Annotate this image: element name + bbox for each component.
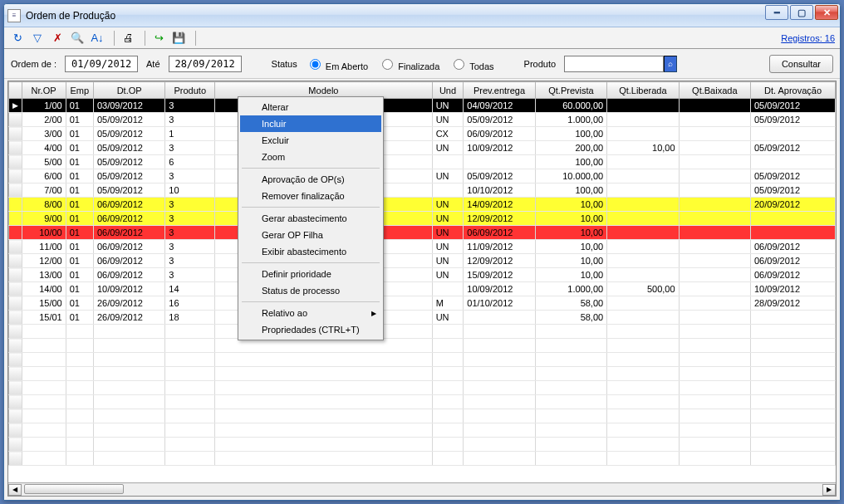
cell-emp[interactable]: 01 (66, 183, 93, 198)
cell-und[interactable]: UN (432, 226, 464, 240)
cell-qtbx[interactable] (679, 141, 750, 155)
scroll-thumb[interactable] (24, 484, 124, 494)
cell-nrop[interactable]: 6/00 (22, 169, 66, 183)
cell-produto[interactable]: 6 (165, 155, 215, 169)
table-row[interactable]: 6/000105/09/20123UN05/09/201210.000,0005… (9, 169, 836, 183)
ctx-status-processo[interactable]: Status de processo (240, 282, 381, 299)
maximize-button[interactable]: ▢ (790, 5, 813, 20)
cell-emp[interactable]: 01 (66, 254, 93, 268)
cell-und[interactable]: UN (432, 240, 464, 254)
produto-lookup-button[interactable]: ⌕ (664, 56, 677, 72)
cell-qtlib[interactable] (607, 198, 679, 212)
cell-dtapr[interactable]: 06/09/2012 (751, 268, 836, 282)
cell-und[interactable]: UN (432, 113, 464, 127)
table-row[interactable]: 10/000106/09/20123UN06/09/201210,00 (9, 226, 836, 240)
cell-qtlib[interactable] (607, 127, 679, 141)
cell-produto[interactable]: 3 (165, 99, 215, 113)
cell-dtapr[interactable] (751, 127, 836, 141)
table-row[interactable]: 14/000110/09/20121410/09/20121.000,00500… (9, 282, 836, 296)
cell-prev[interactable]: 01/10/2012 (464, 296, 535, 311)
cell-dtop[interactable]: 05/09/2012 (93, 183, 164, 198)
cell-produto[interactable]: 3 (165, 141, 215, 155)
cell-nrop[interactable]: 15/01 (22, 311, 66, 325)
cell-qtprev[interactable]: 200,00 (535, 141, 606, 155)
col-dtop[interactable]: Dt.OP (93, 82, 164, 99)
cell-prev[interactable]: 11/09/2012 (464, 240, 535, 254)
cell-dtop[interactable]: 06/09/2012 (93, 254, 164, 268)
table-row[interactable]: 9/000106/09/20123UN12/09/201210,00 (9, 212, 836, 226)
table-row[interactable]: 2/000105/09/20123UN05/09/20121.000,0005/… (9, 113, 836, 127)
cell-prev[interactable]: 04/09/2012 (464, 99, 535, 113)
cell-qtlib[interactable] (607, 268, 679, 282)
ctx-aprovacao[interactable]: Aprovação de OP(s) (240, 171, 381, 188)
cell-dtop[interactable]: 06/09/2012 (93, 198, 164, 212)
cell-emp[interactable]: 01 (66, 282, 93, 296)
cell-emp[interactable]: 01 (66, 268, 93, 282)
save-icon[interactable]: 💾 (170, 30, 187, 46)
table-row[interactable]: 8/000106/09/20123UN14/09/201210,0020/09/… (9, 198, 836, 212)
cell-qtbx[interactable] (679, 183, 750, 198)
cell-und[interactable] (432, 183, 464, 198)
cell-produto[interactable]: 18 (165, 311, 215, 325)
cell-produto[interactable]: 3 (165, 254, 215, 268)
cell-und[interactable]: UN (432, 212, 464, 226)
cell-emp[interactable]: 01 (66, 99, 93, 113)
cell-dtop[interactable]: 05/09/2012 (93, 127, 164, 141)
cell-dtop[interactable]: 03/09/2012 (93, 99, 164, 113)
cell-qtlib[interactable] (607, 99, 679, 113)
ctx-definir-prioridade[interactable]: Definir prioridade (240, 266, 381, 282)
cell-prev[interactable]: 15/09/2012 (464, 268, 535, 282)
cell-qtprev[interactable]: 10,00 (535, 240, 606, 254)
cell-qtbx[interactable] (679, 198, 750, 212)
date-from-input[interactable] (65, 56, 138, 72)
scroll-left-button[interactable]: ◀ (8, 484, 22, 496)
table-row[interactable]: 15/000126/09/201216M01/10/201258,0028/09… (9, 296, 836, 311)
col-prev[interactable]: Prev.entrega (464, 82, 535, 99)
cell-qtbx[interactable] (679, 226, 750, 240)
cell-dtop[interactable]: 26/09/2012 (93, 311, 164, 325)
cell-nrop[interactable]: 5/00 (22, 155, 66, 169)
cell-nrop[interactable]: 3/00 (22, 127, 66, 141)
cell-produto[interactable]: 14 (165, 282, 215, 296)
ctx-zoom[interactable]: Zoom (240, 149, 381, 165)
cell-und[interactable]: M (432, 296, 464, 311)
col-qtprev[interactable]: Qt.Prevista (535, 82, 606, 99)
cell-qtprev[interactable]: 58,00 (535, 296, 606, 311)
cell-qtlib[interactable] (607, 240, 679, 254)
cell-nrop[interactable]: 11/00 (22, 240, 66, 254)
cell-dtop[interactable]: 06/09/2012 (93, 226, 164, 240)
cell-und[interactable] (432, 155, 464, 169)
cell-dtop[interactable]: 26/09/2012 (93, 296, 164, 311)
cell-nrop[interactable]: 8/00 (22, 198, 66, 212)
registros-link[interactable]: Registros: 16 (781, 33, 835, 43)
cell-emp[interactable]: 01 (66, 141, 93, 155)
filter-icon[interactable]: ▽ (29, 30, 46, 46)
table-row[interactable]: 11/000106/09/20123UN11/09/201210,0006/09… (9, 240, 836, 254)
cell-qtbx[interactable] (679, 282, 750, 296)
cell-qtprev[interactable]: 10,00 (535, 212, 606, 226)
cell-produto[interactable]: 3 (165, 113, 215, 127)
col-dtapr[interactable]: Dt. Aprovação (751, 82, 836, 99)
cell-dtapr[interactable]: 05/09/2012 (751, 183, 836, 198)
cell-qtlib[interactable] (607, 296, 679, 311)
cell-und[interactable]: UN (432, 141, 464, 155)
cell-prev[interactable]: 06/09/2012 (464, 127, 535, 141)
cell-dtop[interactable]: 05/09/2012 (93, 141, 164, 155)
cell-qtbx[interactable] (679, 268, 750, 282)
table-row[interactable]: 7/000105/09/20121010/10/2012100,0005/09/… (9, 183, 836, 198)
cell-dtapr[interactable]: 06/09/2012 (751, 240, 836, 254)
cell-emp[interactable]: 01 (66, 127, 93, 141)
cell-qtprev[interactable]: 10,00 (535, 198, 606, 212)
cell-qtlib[interactable] (607, 212, 679, 226)
table-row[interactable]: 15/010126/09/201218UN58,00 (9, 311, 836, 325)
table-row[interactable]: 12/000106/09/20123UN12/09/201210,0006/09… (9, 254, 836, 268)
cell-und[interactable]: UN (432, 169, 464, 183)
cell-qtbx[interactable] (679, 311, 750, 325)
cell-qtlib[interactable] (607, 254, 679, 268)
cell-und[interactable]: UN (432, 99, 464, 113)
col-nrop[interactable]: Nr.OP (22, 82, 66, 99)
cell-und[interactable]: UN (432, 311, 464, 325)
cell-produto[interactable]: 16 (165, 296, 215, 311)
refresh-icon[interactable]: ↻ (9, 30, 26, 46)
cell-prev[interactable] (464, 155, 535, 169)
